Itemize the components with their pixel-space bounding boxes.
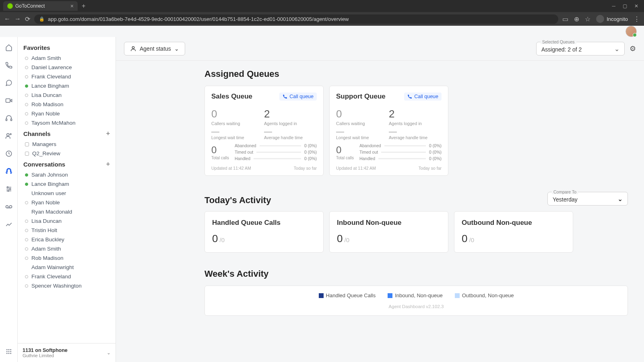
favorite-item[interactable]: Adam Smith (21, 53, 112, 63)
timed-out-value: 0 (0%) (304, 150, 317, 154)
longest-wait-label: Longest wait time (336, 135, 389, 140)
zoom-icon[interactable]: ⊕ (574, 15, 579, 23)
incognito-icon (596, 15, 604, 23)
browser-tab[interactable]: GoToConnect × (3, 1, 78, 11)
conversation-item[interactable]: Sarah Johnson (21, 170, 112, 179)
channels-header[interactable]: Channels + (21, 128, 112, 140)
presence-icon (25, 57, 28, 60)
conversation-item[interactable]: Lisa Duncan (21, 216, 112, 226)
agent-status-dropdown[interactable]: Agent status ⌄ (124, 42, 185, 56)
close-window-icon[interactable]: ✕ (634, 3, 638, 9)
address-bar: ← → ⟳ 🔒 app.goto.com/domain/013a6beb-7e4… (0, 12, 644, 26)
conversations-header[interactable]: Conversations + (21, 158, 112, 170)
compare-to-dropdown[interactable]: Compare To Yesterday ⌄ (547, 192, 628, 206)
activity-card-title: Handled Queue Calls (212, 219, 316, 227)
activity-sub: /0 (344, 237, 349, 243)
maximize-icon[interactable]: ▢ (623, 3, 627, 9)
phone-icon (283, 94, 287, 99)
close-tab-icon[interactable]: × (70, 3, 74, 9)
conversation-item[interactable]: Unknown user (21, 189, 112, 198)
conversation-item[interactable]: Adam Smith (21, 244, 112, 253)
svg-rect-1 (6, 119, 7, 121)
conversation-item[interactable]: Ryan Macdonald (21, 207, 112, 216)
avatar[interactable] (625, 26, 637, 37)
tab-bar: GoToConnect × + ─ ▢ ✕ (0, 0, 644, 12)
history-icon[interactable] (5, 150, 13, 158)
url-input[interactable]: 🔒 app.goto.com/domain/013a6beb-7e4d-4529… (34, 14, 558, 24)
activity-card: Handled Queue Calls 0/0 (204, 211, 324, 253)
gear-icon[interactable]: ⚙ (630, 44, 636, 53)
favorite-item[interactable]: Daniel Lawrence (21, 63, 112, 72)
forward-icon[interactable]: → (14, 15, 21, 23)
reload-icon[interactable]: ⟳ (25, 15, 30, 23)
favorite-item[interactable]: Lisa Duncan (21, 90, 112, 100)
install-icon[interactable]: ▭ (562, 15, 568, 23)
agents-logged-label: Agents logged in (389, 121, 442, 126)
conversation-item[interactable]: Tristin Holt (21, 226, 112, 235)
analytics-icon[interactable] (5, 220, 13, 228)
bookmark-icon[interactable]: ☆ (585, 15, 590, 23)
voicemail-icon[interactable] (5, 203, 13, 211)
sidebar-footer[interactable]: 1131 on Softphone Guthrie Limited ⌄ (18, 343, 116, 362)
conversation-item[interactable]: Ryan Noble (21, 198, 112, 207)
conversation-item[interactable]: Spencer Washington (21, 281, 112, 290)
queue-icon[interactable] (5, 167, 13, 175)
channel-item[interactable]: Q2_Review (21, 149, 112, 158)
svg-point-17 (6, 351, 8, 352)
longest-wait-label: Longest wait time (211, 135, 264, 140)
conversations-title: Conversations (23, 161, 65, 168)
add-conversation-icon[interactable]: + (106, 160, 110, 168)
conversation-name: Unknown user (31, 190, 66, 196)
call-queue-button[interactable]: Call queue (279, 93, 317, 101)
conversation-item[interactable]: Frank Cleveland (21, 272, 112, 281)
conversation-name: Lisa Duncan (31, 218, 62, 224)
headset-icon[interactable] (5, 114, 13, 122)
favorites-header[interactable]: Favorites (21, 42, 112, 53)
menu-icon[interactable]: ⋮ (634, 15, 640, 23)
selected-queues-dropdown[interactable]: Selected Queues Assigned: 2 of 2 ⌄ (536, 42, 625, 56)
settings-sliders-icon[interactable] (5, 185, 13, 193)
phone-icon[interactable] (5, 61, 13, 69)
apps-icon[interactable] (5, 348, 13, 356)
app: Favorites Adam SmithDaniel LawrenceFrank… (0, 26, 644, 362)
conversation-item[interactable]: Lance Bingham (21, 179, 112, 189)
favorite-item[interactable]: Frank Cleveland (21, 72, 112, 81)
chevron-down-icon: ⌄ (107, 350, 111, 356)
agent-status-label: Agent status (140, 45, 171, 52)
handled-value: 0 (0%) (429, 156, 442, 161)
conversation-item[interactable]: Adam Wainwright (21, 263, 112, 272)
call-queue-button[interactable]: Call queue (404, 93, 442, 101)
new-tab-button[interactable]: + (82, 2, 85, 10)
back-icon[interactable]: ← (4, 15, 10, 23)
legend-item: Outbound, Non-queue (455, 292, 514, 298)
presence-icon (25, 257, 28, 260)
chat-icon[interactable] (5, 79, 13, 87)
favorite-item[interactable]: Ryan Noble (21, 109, 112, 118)
add-channel-icon[interactable]: + (106, 130, 110, 137)
presence-icon (25, 66, 28, 69)
favorite-name: Rob Madison (31, 101, 64, 107)
minimize-icon[interactable]: ─ (612, 3, 615, 9)
favorite-item[interactable]: Rob Madison (21, 100, 112, 109)
channel-item[interactable]: Managers (21, 140, 112, 149)
favorite-item[interactable]: Taysom McMahon (21, 118, 112, 128)
svg-rect-0 (6, 99, 10, 103)
conversation-item[interactable]: Erica Buckley (21, 235, 112, 244)
user-icon (130, 45, 136, 52)
home-icon[interactable] (5, 43, 13, 51)
range-label: Today so far (419, 166, 442, 171)
legend-label: Outbound, Non-queue (462, 292, 514, 298)
presence-icon (25, 112, 28, 115)
contacts-icon[interactable] (5, 132, 13, 140)
presence-icon (25, 121, 28, 125)
video-icon[interactable] (5, 97, 13, 105)
conversation-item[interactable]: Rob Madison (21, 253, 112, 263)
presence-icon (25, 201, 28, 204)
favorite-item[interactable]: Lance Bingham (21, 81, 112, 90)
week-activity-title: Week's Activity (204, 269, 628, 279)
callers-waiting-value: 0 (336, 108, 389, 120)
activity-card-title: Outbound Non-queue (462, 219, 566, 227)
svg-rect-2 (10, 119, 12, 121)
softphone-sub: Guthrie Limited (23, 353, 68, 358)
agents-logged-value: 2 (264, 108, 317, 120)
